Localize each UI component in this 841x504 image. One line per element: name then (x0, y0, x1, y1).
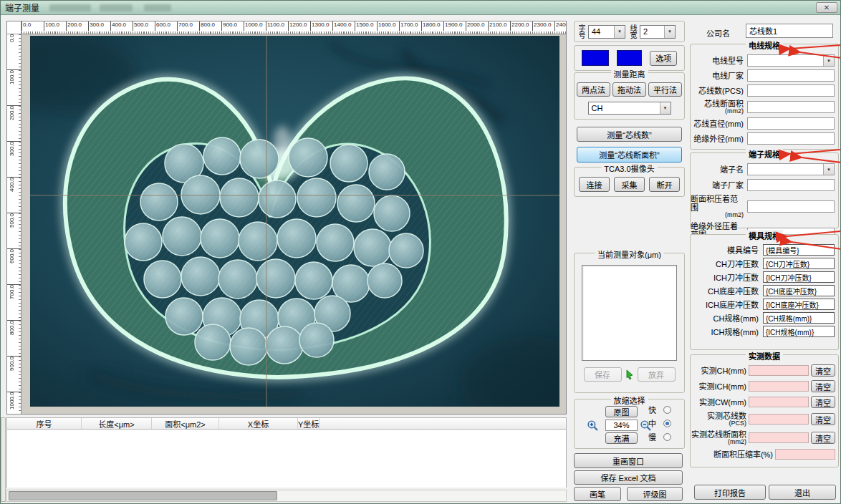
measured-field-row: 断面积压缩率(%) (691, 449, 838, 460)
column-header[interactable]: 面积<μm2> (152, 418, 219, 429)
speed-option[interactable]: 快 (648, 404, 671, 415)
ruler-tick-label: 200.0 (7, 106, 21, 142)
spec-field-input[interactable] (747, 200, 835, 213)
chevron-down-icon[interactable] (660, 102, 671, 114)
radio-button[interactable] (663, 433, 671, 441)
color-group: 选项 (574, 45, 685, 71)
mold-field-input[interactable]: {CH规格(mm)} (763, 312, 835, 324)
mold-field-row: ICH刀冲压数 {ICH刀冲压数} (691, 271, 838, 283)
measure-core-count-button[interactable]: 测量“芯线数” (577, 127, 682, 142)
spec-field-input[interactable] (747, 132, 835, 145)
spec-field-row: 绝缘外径(mm) (691, 132, 838, 145)
redraw-window-button[interactable]: 重画窗口 (574, 453, 683, 468)
clear-button[interactable]: 清空 (811, 396, 835, 408)
ruler-tick-label: 1500.0 (355, 21, 377, 31)
column-header[interactable]: 序号 (7, 418, 82, 429)
column-header[interactable]: X坐标 (219, 418, 298, 429)
measured-value-field[interactable] (749, 397, 809, 407)
method-button[interactable]: 拖动法 (612, 82, 646, 97)
ruler-tick-label: 400.0 (7, 178, 21, 213)
titlebar: 端子测量 ✕ (1, 1, 840, 15)
horizontal-scrollbar[interactable] (6, 490, 567, 502)
mold-field-input[interactable]: {模具编号} (763, 244, 835, 256)
font-size-select[interactable]: 44 (588, 25, 625, 39)
camera-disconnect-button[interactable]: 断开 (649, 177, 680, 192)
chevron-down-icon[interactable] (823, 55, 834, 66)
clear-button[interactable]: 清空 (811, 364, 835, 377)
print-report-button[interactable]: 打印报告 (694, 485, 766, 500)
ruler-tick-label: 700.0 (177, 21, 199, 31)
measurement-table-header: 序号长度<μm>面积<μm2>X坐标Y坐标 (6, 417, 567, 430)
current-measurement-list[interactable] (582, 265, 677, 361)
ruler-tick-label: 2100.0 (488, 21, 510, 31)
radio-button[interactable] (663, 420, 671, 427)
speed-option[interactable]: 慢 (648, 431, 671, 442)
spec-field-input[interactable] (747, 117, 835, 130)
clear-button[interactable]: 清空 (811, 380, 835, 392)
spec-field-input[interactable] (747, 69, 835, 82)
mold-field-row: ICH规格(mm) {ICH规格(mm)} (691, 326, 838, 337)
group-title: 放缩选择 (611, 394, 648, 406)
spec-field-row: 电线厂家 (691, 69, 838, 82)
spec-field-input[interactable] (747, 84, 835, 97)
ruler-tick-label: 200.0 (66, 21, 88, 31)
vertical-ruler: 0.0100.0200.0300.0400.0500.0600.0700.080… (7, 34, 21, 414)
measured-value-field[interactable] (749, 365, 809, 376)
spec-field-input[interactable] (747, 179, 835, 191)
color-swatch-1[interactable] (582, 50, 609, 66)
measurement-table[interactable] (6, 430, 567, 488)
measured-value-field[interactable] (749, 381, 809, 392)
column-header[interactable]: Y坐标 (298, 418, 319, 429)
chevron-down-icon[interactable] (823, 164, 834, 175)
speed-option[interactable]: 中 (648, 417, 671, 429)
pen-button[interactable]: 画笔 (574, 487, 621, 501)
measured-value-field[interactable] (775, 449, 835, 460)
spec-field-input[interactable] (747, 54, 835, 67)
camera-connect-button[interactable]: 连接 (579, 177, 610, 192)
scrollbar-thumb[interactable] (9, 491, 277, 500)
spec-field-row: 芯线数(PCS) (691, 84, 838, 97)
terminal-spec-title: 端子规格 (746, 148, 783, 160)
save-button[interactable]: 保存 (584, 367, 622, 382)
zoom-percent-value[interactable]: 34% (605, 420, 638, 431)
measure-mode-select[interactable]: CH (588, 102, 671, 115)
line-width-select[interactable]: 2 (640, 25, 676, 39)
mold-field-input[interactable]: {ICH刀冲压数} (763, 271, 835, 283)
chevron-down-icon[interactable] (614, 26, 625, 38)
rating-chart-button[interactable]: 评级图 (627, 487, 683, 501)
method-button[interactable]: 平行法 (648, 82, 682, 97)
original-size-button[interactable]: 原图 (605, 406, 638, 417)
mold-field-input[interactable]: {CH刀冲压数} (763, 258, 835, 269)
fill-button[interactable]: 充满 (605, 432, 638, 444)
mold-field-input[interactable]: {ICH底座冲压数} (763, 299, 835, 310)
chevron-down-icon[interactable] (664, 26, 675, 38)
discard-button[interactable]: 放弃 (638, 367, 676, 382)
clear-button[interactable]: 清空 (811, 413, 835, 425)
method-button[interactable]: 两点法 (577, 82, 610, 97)
zoom-in-icon[interactable] (586, 419, 599, 432)
ruler-tick-label: 1000.0 (7, 392, 21, 414)
spec-field-input[interactable] (747, 163, 835, 175)
clear-button[interactable]: 清空 (811, 432, 835, 444)
close-icon: ✕ (824, 4, 830, 11)
column-header[interactable]: 长度<μm> (82, 418, 152, 429)
mold-field-input[interactable]: {ICH规格(mm)} (763, 326, 835, 337)
image-canvas[interactable] (22, 35, 566, 414)
spec-field-input[interactable] (747, 101, 835, 113)
save-excel-button[interactable]: 保存 Excel 文档 (574, 470, 683, 485)
ruler-tick-label: 1400.0 (332, 21, 355, 31)
radio-button[interactable] (663, 406, 671, 414)
measured-value-field[interactable] (749, 414, 809, 425)
camera-capture-button[interactable]: 采集 (614, 177, 645, 192)
color-swatch-2[interactable] (617, 50, 643, 66)
exit-button[interactable]: 退出 (769, 485, 836, 500)
ruler-tick-label: 1000.0 (244, 21, 266, 31)
company-name-input[interactable]: 芯线数1 (746, 24, 833, 38)
table-vertical-scrollbar[interactable] (1, 417, 6, 502)
close-button[interactable]: ✕ (816, 2, 837, 13)
ruler-tick-label: 0.0 (21, 21, 44, 31)
measure-core-area-button[interactable]: 测量“芯线断面积” (577, 147, 682, 163)
measured-value-field[interactable] (749, 432, 809, 443)
options-button[interactable]: 选项 (650, 51, 677, 66)
mold-field-input[interactable]: {CH底座冲压数} (763, 285, 835, 296)
